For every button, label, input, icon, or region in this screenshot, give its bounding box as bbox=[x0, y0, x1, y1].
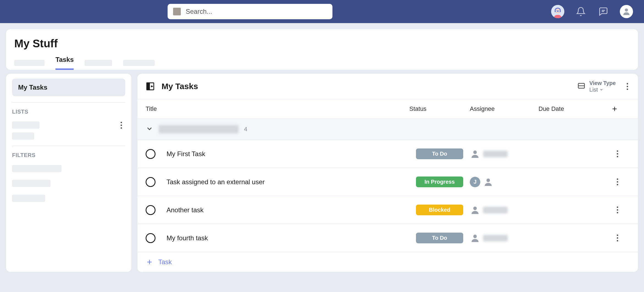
assistant-avatar-icon[interactable] bbox=[551, 5, 564, 18]
assignee-avatar[interactable]: J bbox=[470, 177, 480, 187]
assignee-cell[interactable]: J bbox=[470, 177, 538, 187]
svg-point-14 bbox=[473, 150, 477, 154]
task-row[interactable]: My fourth taskTo Do bbox=[137, 224, 638, 252]
divider bbox=[12, 102, 125, 103]
list-view-icon bbox=[577, 82, 585, 91]
top-navbar bbox=[0, 0, 644, 23]
search-container[interactable] bbox=[168, 4, 332, 19]
more-icon[interactable] bbox=[602, 178, 618, 185]
assignee-avatar[interactable] bbox=[483, 177, 493, 187]
sidebar-list-row bbox=[12, 133, 125, 140]
status-badge[interactable]: In Progress bbox=[416, 177, 463, 187]
svg-point-4 bbox=[558, 10, 560, 12]
status-badge[interactable]: Blocked bbox=[416, 205, 463, 215]
add-task-button[interactable]: Task bbox=[137, 252, 638, 272]
status-badge[interactable]: To Do bbox=[416, 148, 463, 159]
svg-point-15 bbox=[487, 178, 490, 182]
left-sidebar: My Tasks LISTS FILTERS bbox=[6, 74, 131, 272]
sidebar-list-row bbox=[12, 122, 125, 129]
column-header-assignee[interactable]: Assignee bbox=[470, 105, 538, 112]
content-header: My Tasks View Type List bbox=[137, 74, 638, 99]
assignee-name-redacted bbox=[483, 151, 508, 157]
assignee-avatar[interactable] bbox=[470, 233, 480, 243]
assignee-cell[interactable] bbox=[470, 233, 538, 243]
sidebar-filter-item[interactable] bbox=[12, 180, 51, 187]
svg-point-3 bbox=[556, 10, 557, 12]
chevron-down-icon bbox=[599, 88, 603, 92]
more-icon[interactable] bbox=[117, 122, 125, 129]
task-row[interactable]: My First TaskTo Do bbox=[137, 140, 638, 168]
chevron-down-icon[interactable] bbox=[146, 125, 153, 134]
more-icon[interactable] bbox=[602, 235, 618, 241]
svg-point-7 bbox=[625, 9, 628, 12]
divider bbox=[12, 146, 125, 146]
messages-icon[interactable] bbox=[597, 5, 609, 18]
plus-icon bbox=[146, 258, 153, 266]
tab-placeholder[interactable] bbox=[123, 60, 155, 66]
assignee-name-redacted bbox=[483, 207, 508, 213]
task-title[interactable]: Another task bbox=[166, 206, 409, 214]
app-logo-square bbox=[173, 8, 181, 15]
group-count: 4 bbox=[244, 126, 247, 133]
search-input[interactable] bbox=[186, 8, 327, 15]
sidebar-filter-item[interactable] bbox=[12, 195, 45, 202]
page-header-card: My Stuff Tasks bbox=[6, 29, 638, 70]
sidebar-heading-filters: FILTERS bbox=[12, 152, 125, 158]
tab-tasks[interactable]: Tasks bbox=[55, 56, 74, 70]
task-title[interactable]: Task assigned to an external user bbox=[166, 178, 409, 186]
tabs: Tasks bbox=[6, 56, 638, 70]
task-row[interactable]: Task assigned to an external userIn Prog… bbox=[137, 168, 638, 196]
nav-icons bbox=[551, 5, 633, 18]
assignee-avatar[interactable] bbox=[470, 205, 480, 215]
add-column-icon[interactable] bbox=[602, 105, 618, 112]
assignee-cell[interactable] bbox=[470, 205, 538, 215]
svg-point-17 bbox=[473, 235, 477, 238]
profile-avatar-icon[interactable] bbox=[620, 5, 633, 18]
tab-placeholder[interactable] bbox=[14, 60, 45, 66]
table-header: Title Status Assignee Due Date bbox=[137, 99, 638, 119]
page-title: My Stuff bbox=[6, 37, 638, 56]
sidebar-list-item[interactable] bbox=[12, 122, 40, 129]
add-task-label: Task bbox=[158, 258, 172, 266]
task-group-row[interactable]: 4 bbox=[137, 119, 638, 140]
task-row[interactable]: Another taskBlocked bbox=[137, 196, 638, 224]
task-title[interactable]: My fourth task bbox=[166, 234, 409, 242]
more-icon[interactable] bbox=[602, 150, 618, 157]
sidebar-item-my-tasks[interactable]: My Tasks bbox=[12, 79, 125, 96]
more-icon[interactable] bbox=[602, 206, 618, 213]
assignee-cell[interactable] bbox=[470, 149, 538, 159]
task-complete-checkbox[interactable] bbox=[146, 205, 156, 215]
main-columns: My Tasks LISTS FILTERS bbox=[6, 74, 638, 272]
view-type-label: View Type bbox=[589, 80, 616, 86]
group-name-redacted bbox=[159, 125, 238, 133]
task-complete-checkbox[interactable] bbox=[146, 233, 156, 243]
assignee-name-redacted bbox=[483, 235, 508, 241]
svg-point-16 bbox=[473, 206, 477, 210]
sidebar-list-item[interactable] bbox=[12, 133, 34, 140]
content-panel: My Tasks View Type List bbox=[137, 74, 638, 272]
assignee-avatar[interactable] bbox=[470, 149, 480, 159]
svg-rect-9 bbox=[147, 83, 149, 90]
column-header-due-date[interactable]: Due Date bbox=[538, 105, 602, 112]
column-header-status[interactable]: Status bbox=[409, 105, 470, 112]
sidebar-heading-lists: LISTS bbox=[12, 109, 125, 115]
status-badge[interactable]: To Do bbox=[416, 233, 463, 243]
notifications-icon[interactable] bbox=[575, 5, 587, 18]
task-complete-checkbox[interactable] bbox=[146, 149, 156, 159]
collapse-panel-icon[interactable] bbox=[146, 82, 155, 91]
more-icon[interactable] bbox=[625, 83, 630, 90]
view-type-selector[interactable]: View Type List bbox=[577, 80, 616, 93]
task-title[interactable]: My First Task bbox=[166, 150, 409, 158]
tab-placeholder[interactable] bbox=[85, 60, 112, 66]
task-complete-checkbox[interactable] bbox=[146, 177, 156, 187]
content-title: My Tasks bbox=[162, 82, 577, 91]
column-header-title[interactable]: Title bbox=[146, 105, 409, 112]
sidebar-filter-item[interactable] bbox=[12, 165, 62, 172]
view-type-value: List bbox=[589, 86, 598, 93]
